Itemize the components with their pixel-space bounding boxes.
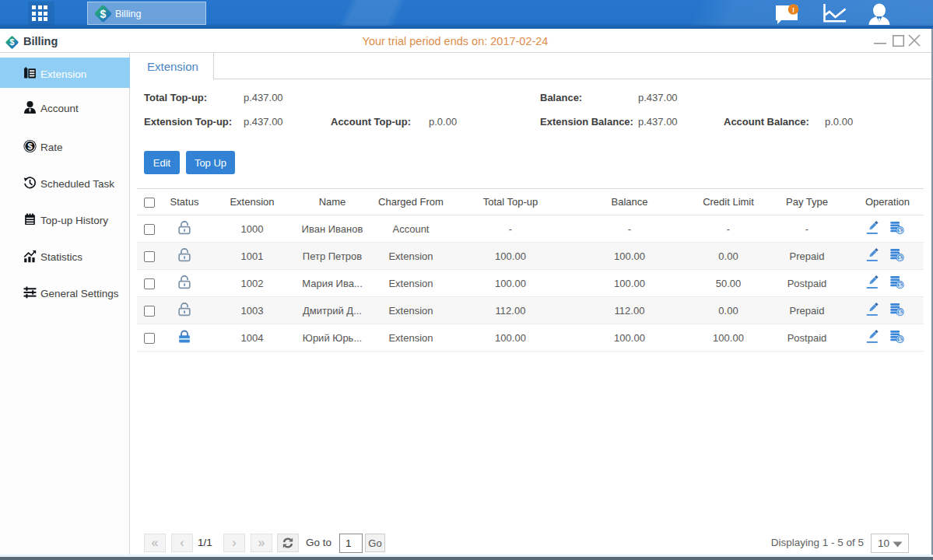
svg-text:$: $ bbox=[100, 8, 107, 20]
svg-text:!: ! bbox=[792, 5, 794, 14]
svg-text:$: $ bbox=[27, 142, 33, 151]
